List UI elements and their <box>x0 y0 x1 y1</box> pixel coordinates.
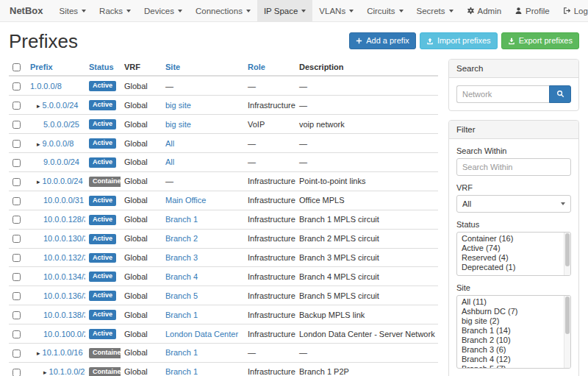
prefix-link[interactable]: 10.1.0.0/24 <box>49 367 85 376</box>
site-link[interactable]: Branch 2 <box>165 234 198 243</box>
row-checkbox[interactable] <box>12 254 21 262</box>
prefix-link[interactable]: 10.0.0.130/31 <box>43 234 85 243</box>
site-cell: — <box>165 82 173 91</box>
row-checkbox[interactable] <box>12 102 21 110</box>
multiselect-option[interactable]: Deprecated (1) <box>457 263 570 272</box>
nav-item-secrets[interactable]: Secrets <box>410 0 460 21</box>
nav-item-connections[interactable]: Connections <box>189 0 257 21</box>
site-link[interactable]: big site <box>165 120 191 129</box>
nav-item-racks[interactable]: Racks <box>93 0 137 21</box>
role-cell: Infrastructure <box>244 210 295 229</box>
site-link[interactable]: Branch 1 <box>165 348 198 357</box>
search-input[interactable] <box>456 85 549 103</box>
prefix-link[interactable]: 5.0.0.0/25 <box>43 120 79 129</box>
column-header-status[interactable]: Status <box>89 63 114 71</box>
filter-multiselect-site[interactable]: All (11)Ashburn DC (7)big site (2)Branch… <box>456 295 571 369</box>
nav-item-profile[interactable]: Profile <box>508 0 556 21</box>
row-checkbox[interactable] <box>12 350 21 358</box>
site-link[interactable]: Branch 5 <box>165 291 198 300</box>
site-link[interactable]: Branch 4 <box>165 272 198 281</box>
multiselect-option[interactable]: Ashburn DC (7) <box>457 307 570 316</box>
prefix-link[interactable]: 5.0.0.0/24 <box>43 101 79 110</box>
status-badge: Active <box>89 81 116 91</box>
role-cell: Infrastructure <box>244 267 295 286</box>
row-checkbox[interactable] <box>12 369 21 376</box>
prefix-link[interactable]: 10.0.0.0/31 <box>43 196 84 205</box>
nav-item-label: Profile <box>526 7 550 15</box>
multiselect-option[interactable]: Branch 1 (14) <box>457 326 570 336</box>
row-checkbox[interactable] <box>12 235 21 243</box>
import-prefixes-button[interactable]: Import prefixes <box>420 32 498 49</box>
description-cell: Branch 5 MPLS circuit <box>295 286 438 305</box>
caret-right-icon <box>43 369 47 376</box>
multiselect-option[interactable]: Active (74) <box>457 244 570 253</box>
row-checkbox[interactable] <box>12 140 21 148</box>
row-checkbox[interactable] <box>12 273 21 281</box>
nav-item-log-out[interactable]: Log out <box>556 0 588 21</box>
column-header-prefix[interactable]: Prefix <box>30 63 53 71</box>
filter-input-search-within[interactable] <box>456 158 571 176</box>
site-link[interactable]: Branch 1 <box>165 367 198 376</box>
nav-item-devices[interactable]: Devices <box>137 0 189 21</box>
multiselect-option[interactable]: Branch 4 (12) <box>457 355 570 364</box>
page-header: Prefixes Add a prefixImport prefixesExpo… <box>9 22 579 53</box>
row-checkbox[interactable] <box>12 311 21 319</box>
prefix-link[interactable]: 10.0.0.132/31 <box>43 253 85 262</box>
table-row: 10.0.0.138/31ActiveGlobalBranch 1Infrast… <box>9 305 438 324</box>
nav-item-circuits[interactable]: Circuits <box>360 0 409 21</box>
multiselect-option[interactable]: big site (2) <box>457 316 570 326</box>
multiselect-option[interactable]: Branch 2 (10) <box>457 336 570 345</box>
prefix-link[interactable]: 9.0.0.0/8 <box>43 139 74 148</box>
add-a-prefix-button[interactable]: Add a prefix <box>349 32 416 49</box>
site-link[interactable]: All <box>165 157 174 166</box>
prefix-link[interactable]: 9.0.0.0/24 <box>43 157 79 166</box>
nav-item-ip-space[interactable]: IP Space <box>257 0 312 21</box>
site-link[interactable]: Branch 1 <box>165 215 198 224</box>
row-checkbox[interactable] <box>12 178 21 186</box>
column-header-role[interactable]: Role <box>248 63 265 71</box>
site-link[interactable]: Main Office <box>165 196 206 205</box>
scrollbar[interactable] <box>564 296 570 368</box>
prefix-link[interactable]: 10.0.0.138/31 <box>43 311 85 319</box>
multiselect-option[interactable]: Container (16) <box>457 234 570 244</box>
multiselect-option[interactable]: Branch 5 (7) <box>457 364 570 369</box>
row-checkbox[interactable] <box>12 159 21 167</box>
filter-select-vrf[interactable]: All <box>456 195 571 213</box>
nav-item-vlans[interactable]: VLANs <box>312 0 360 21</box>
button-label: Import prefixes <box>437 36 491 46</box>
prefix-link[interactable]: 10.1.0.0/16 <box>43 348 83 357</box>
scrollbar-thumb[interactable] <box>565 297 570 334</box>
description-cell: — <box>295 343 438 362</box>
export-prefixes-button[interactable]: Export prefixes <box>501 32 579 49</box>
row-checkbox[interactable] <box>12 216 21 224</box>
prefix-link[interactable]: 1.0.0.0/8 <box>30 82 62 91</box>
scrollbar-thumb[interactable] <box>565 233 570 266</box>
prefix-link[interactable]: 10.0.0.136/31 <box>43 291 85 300</box>
multiselect-option[interactable]: Branch 3 (6) <box>457 345 570 355</box>
site-link[interactable]: All <box>165 139 174 148</box>
site-link[interactable]: big site <box>165 101 191 110</box>
prefix-link[interactable]: 10.0.0.134/31 <box>43 272 85 281</box>
select-all-checkbox[interactable] <box>12 63 21 71</box>
prefix-link[interactable]: 10.0.0.128/31 <box>43 215 85 224</box>
prefix-link[interactable]: 10.0.0.0/24 <box>43 177 83 185</box>
site-link[interactable]: Branch 3 <box>165 253 198 262</box>
navbar-menu: SitesRacksDevicesConnectionsIP SpaceVLAN… <box>53 0 460 21</box>
scrollbar[interactable] <box>564 233 570 275</box>
row-checkbox[interactable] <box>12 292 21 300</box>
site-link[interactable]: Branch 1 <box>165 311 198 319</box>
row-checkbox[interactable] <box>12 82 21 91</box>
app-logo[interactable]: NetBox <box>0 0 53 21</box>
column-header-site[interactable]: Site <box>165 63 180 71</box>
search-button[interactable] <box>549 85 571 103</box>
row-checkbox[interactable] <box>12 121 21 129</box>
row-checkbox[interactable] <box>12 197 21 205</box>
nav-item-sites[interactable]: Sites <box>53 0 93 21</box>
nav-item-admin[interactable]: Admin <box>460 0 509 21</box>
multiselect-option[interactable]: Reserved (4) <box>457 253 570 263</box>
prefix-link[interactable]: 10.0.100.0/24 <box>43 330 85 338</box>
filter-multiselect-status[interactable]: Container (16)Active (74)Reserved (4)Dep… <box>456 232 571 276</box>
site-link[interactable]: London Data Center <box>165 330 238 338</box>
multiselect-option[interactable]: All (11) <box>457 297 570 307</box>
row-checkbox[interactable] <box>12 330 21 338</box>
